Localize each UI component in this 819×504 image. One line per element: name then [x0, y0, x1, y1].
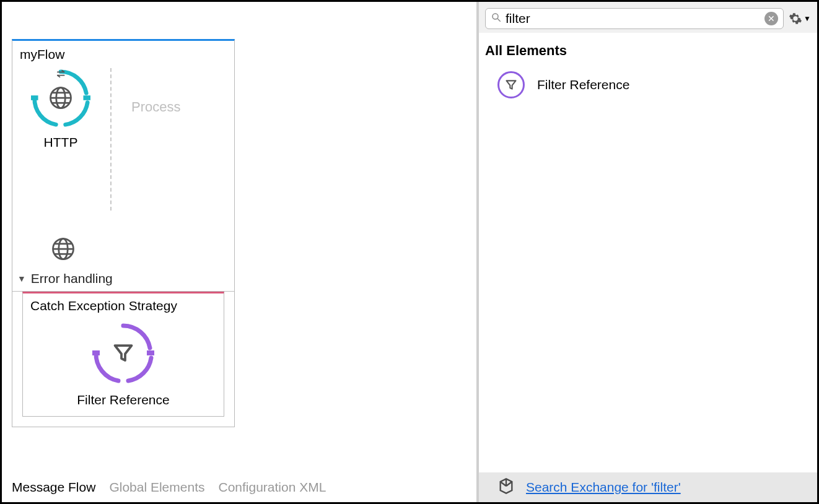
editor-tabs: Message Flow Global Elements Configurati…: [12, 480, 326, 495]
phase-divider: [110, 68, 112, 211]
svg-line-15: [497, 19, 501, 22]
filter-reference-node[interactable]: Filter Reference: [23, 316, 224, 416]
filter-reference-label: Filter Reference: [77, 393, 169, 407]
search-icon: [491, 12, 502, 26]
flow-canvas[interactable]: myFlow: [2, 2, 476, 502]
palette-settings-button[interactable]: ▼: [789, 12, 811, 25]
flow-container[interactable]: myFlow: [12, 39, 235, 427]
svg-rect-0: [31, 95, 38, 100]
palette-category-heading: All Elements: [485, 43, 811, 59]
palette-search-input[interactable]: [506, 11, 764, 26]
search-exchange-link[interactable]: Search Exchange for 'filter': [526, 480, 681, 495]
svg-rect-1: [83, 95, 90, 100]
collapse-triangle-icon: ▼: [17, 274, 26, 284]
tab-configuration-xml[interactable]: Configuration XML: [218, 480, 326, 495]
svg-rect-13: [147, 350, 154, 355]
tab-message-flow[interactable]: Message Flow: [12, 480, 95, 495]
clear-search-button[interactable]: ✕: [764, 12, 778, 25]
process-placeholder[interactable]: Process: [131, 99, 180, 115]
dropdown-caret-icon: ▼: [804, 14, 811, 23]
catch-exception-strategy[interactable]: Catch Exception Strategy Filter Referenc…: [22, 292, 224, 417]
filter-reference-icon: [92, 322, 154, 384]
palette-item-filter-reference[interactable]: Filter Reference: [485, 69, 811, 101]
http-endpoint-icon: [31, 68, 90, 128]
filter-icon: [497, 71, 525, 98]
tab-global-elements[interactable]: Global Elements: [109, 480, 204, 495]
svg-rect-12: [92, 350, 100, 355]
globe-icon[interactable]: [50, 235, 77, 263]
mule-palette: ✕ ▼ All Elements Filter Reference Search…: [476, 2, 817, 502]
gear-icon: [789, 12, 802, 25]
exchange-icon: [497, 477, 515, 498]
palette-footer: Search Exchange for 'filter': [479, 472, 817, 502]
http-endpoint-label: HTTP: [44, 135, 78, 150]
error-handling-label: Error handling: [31, 271, 113, 286]
flow-title: myFlow: [12, 41, 234, 66]
palette-item-label: Filter Reference: [537, 77, 629, 92]
error-handling-header[interactable]: ▼ Error handling: [12, 269, 234, 289]
catch-exception-title: Catch Exception Strategy: [23, 293, 224, 316]
svg-point-14: [493, 14, 498, 19]
palette-search[interactable]: ✕: [485, 8, 784, 29]
http-endpoint-node[interactable]: HTTP: [31, 68, 90, 150]
